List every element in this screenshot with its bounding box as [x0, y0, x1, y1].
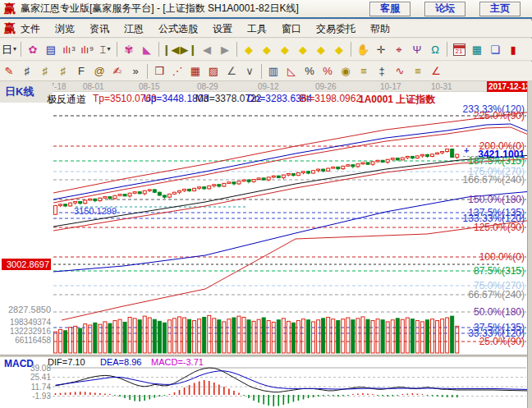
percent-level-label: 187.5%(315): [468, 155, 525, 167]
angle-lines-icon[interactable]: ∠: [222, 62, 241, 80]
filled-grid-icon-glyph: ▦: [190, 66, 200, 76]
hand-tool-icon[interactable]: ✋: [354, 41, 372, 58]
red-panel-icon[interactable]: ▮: [504, 41, 522, 58]
crosshair-tool-icon[interactable]: ✛: [372, 41, 390, 58]
percent-icon-glyph: %: [305, 66, 314, 76]
menu-window[interactable]: 窗口: [282, 22, 301, 36]
first-page-icon[interactable]: ❙◀: [162, 41, 180, 58]
menu-gann[interactable]: 江恩: [124, 22, 144, 36]
more-tools-chevron[interactable]: »: [126, 62, 144, 80]
menu-tools[interactable]: 工具: [247, 22, 267, 36]
macd-scale-4: -1.93: [0, 392, 51, 401]
last-page-icon[interactable]: ▶❙: [180, 41, 198, 58]
toolbar-separator: [261, 64, 262, 79]
menu-formula-picker[interactable]: 公式选股: [158, 22, 198, 36]
gold-level-icon[interactable]: ≡: [409, 62, 427, 80]
volume-scale-1: 198349374: [0, 318, 51, 327]
gann-angle-icon-6[interactable]: ◆: [330, 41, 348, 58]
vertical-scrollbar[interactable]: [527, 81, 532, 408]
percent-lines-icon[interactable]: %: [319, 62, 337, 80]
cyan-tool-icon[interactable]: Ω: [426, 41, 444, 58]
menu-news[interactable]: 资讯: [89, 22, 109, 36]
kline-3-icon[interactable]: ılı3: [60, 41, 78, 58]
red-panel-icon-glyph: ▮: [510, 44, 516, 55]
percent-level-label: 25.0%(90): [479, 336, 525, 347]
toolbar-main: 日▾✿▤ılı3ılı9⌶▾✾◣❙◀▶❙◀▶◆◆◆◆◆◆✋✛⌖ΨΩ21▦❏▮: [0, 39, 532, 61]
measure-brush-icon[interactable]: ✍: [108, 62, 126, 80]
symbol-label: 1A0001 上证指数: [359, 93, 435, 107]
box-tool-icon[interactable]: ❒: [150, 62, 168, 80]
home-button[interactable]: 主页: [479, 2, 521, 16]
gann-angle-icon-4[interactable]: ◆: [294, 41, 312, 58]
calendar-glyph: 21: [453, 44, 466, 56]
menu-bar: 赢 文件 浏览 资讯 江恩 公式选股 设置 工具 窗口 交易委托 帮助: [0, 21, 532, 38]
gann-angle-icon-1[interactable]: ◆: [240, 41, 258, 58]
scribble-chart-icon-glyph: ✿: [29, 44, 38, 55]
percent-triangle-icon[interactable]: ◺: [282, 62, 300, 80]
period-day-button[interactable]: 日▾: [0, 41, 18, 58]
wave-icon[interactable]: ∿: [391, 62, 409, 80]
price-brush-icon[interactable]: ‡: [373, 62, 391, 80]
gold-circle-icon[interactable]: ◉: [337, 62, 355, 80]
fibonacci-icon[interactable]: F: [72, 62, 90, 80]
fan-lines-icon[interactable]: ⋰: [168, 62, 186, 80]
menu-trade[interactable]: 交易委托: [316, 22, 355, 36]
menu-browse[interactable]: 浏览: [55, 22, 75, 36]
gold-grid2-icon[interactable]: ♯: [54, 62, 72, 80]
gann-angle-icon-4-glyph: ◆: [299, 44, 307, 55]
ray-grid-icon[interactable]: ▨: [204, 62, 222, 80]
toolbar-drawing: ✎♯♯♯F@✍»❒⋰▦▨∠∨▥◺%%◉≡‡∿≡∠: [0, 62, 532, 81]
scribble-chart-icon[interactable]: ✿: [24, 41, 42, 58]
vee-lines-icon[interactable]: ∨: [241, 62, 259, 80]
percent-level-label: 87.5%(315): [474, 265, 525, 277]
app-logo: 赢: [4, 2, 16, 16]
percent-level-label: 100.0%(0): [479, 251, 525, 263]
percent-level-label: 125.0%(90): [474, 222, 525, 233]
toolbar-separator: [447, 42, 447, 57]
candle-style-button[interactable]: ⌶▾: [96, 41, 114, 58]
prev-page-icon[interactable]: ◀: [198, 41, 216, 58]
gann-angle-icon-5[interactable]: ◆: [312, 41, 330, 58]
forum-button[interactable]: 论坛: [424, 2, 466, 16]
next-page-icon[interactable]: ▶: [216, 41, 234, 58]
kline-9-icon[interactable]: ılı9: [78, 41, 96, 58]
gann-angle-icon-2[interactable]: ◆: [258, 41, 276, 58]
menu-settings[interactable]: 设置: [213, 22, 232, 36]
gold-grid2-icon-glyph: ♯: [61, 66, 66, 76]
purple-tool-icon[interactable]: Ψ: [408, 41, 426, 58]
gann-angle-icon-6-glyph: ◆: [335, 44, 343, 55]
more-tools-chevron-glyph: »: [132, 66, 138, 76]
window-title: 赢家江恩专业版[赢家服务平台] - [上证指数 SH1A0001-82日K线]: [21, 2, 299, 16]
gann-angle-icon-3[interactable]: ◆: [276, 41, 294, 58]
calculator-icon[interactable]: ▦: [468, 41, 486, 58]
calendar-icon[interactable]: 21: [450, 41, 468, 58]
menu-help[interactable]: 帮助: [370, 22, 390, 36]
notes-icon[interactable]: ▤: [42, 41, 60, 58]
start-price-label: 3150.1299: [74, 206, 117, 216]
current-price-marker: +: [464, 145, 469, 155]
gold-grid-icon[interactable]: ♯: [36, 62, 54, 80]
candle-style-button-glyph: ⌶: [100, 44, 107, 55]
gann-angle-icon-5-glyph: ◆: [317, 44, 325, 55]
gann-angle-icon-1-glyph: ◆: [245, 44, 253, 55]
menu-file[interactable]: 文件: [21, 22, 40, 36]
notepad-icon[interactable]: ❏: [486, 41, 504, 58]
percent-ruler-icon[interactable]: ▥: [264, 62, 282, 80]
percent-icon[interactable]: %: [300, 62, 319, 80]
grid-tool-icon[interactable]: ♯: [18, 62, 36, 80]
filled-grid-icon[interactable]: ▦: [186, 62, 204, 80]
trend-flag-icon[interactable]: ◣: [138, 41, 156, 58]
titlebar-buttons: 客服 论坛 主页: [369, 2, 532, 16]
angle-tool-icon[interactable]: ∠: [427, 62, 445, 80]
gold-lines-icon[interactable]: ≡: [355, 62, 373, 80]
zoom-tool-icon[interactable]: ⌖: [390, 41, 408, 58]
spiral-icon[interactable]: @: [90, 62, 108, 80]
gann-figure-icon[interactable]: ✾: [120, 41, 138, 58]
menu-logo: 赢: [4, 21, 16, 36]
brush-tool-icon[interactable]: ✎: [0, 62, 18, 80]
price-marker-box: 3002.8697: [2, 259, 51, 270]
service-button[interactable]: 客服: [369, 2, 410, 16]
macd-dea-value: DEA=8.96: [100, 357, 141, 367]
purple-tool-icon-glyph: Ψ: [413, 44, 422, 55]
dropdown-caret: ▾: [13, 46, 16, 53]
